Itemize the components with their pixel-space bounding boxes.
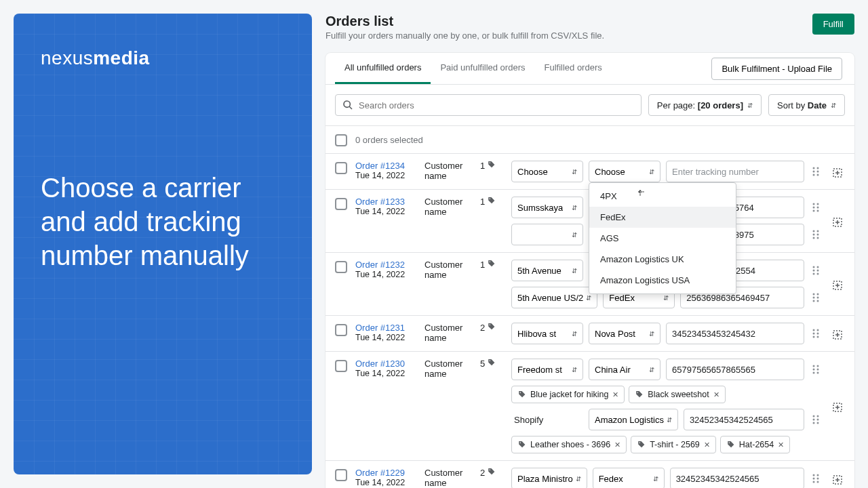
carrier-select[interactable]: Amazon Logistics⇵: [589, 409, 678, 430]
product-chip[interactable]: T-shirt - 2569✕: [631, 436, 716, 453]
channel-label: Shopify: [511, 415, 583, 425]
carrier-select[interactable]: Nova Post⇵: [589, 323, 660, 344]
dropdown-option[interactable]: 4PX: [589, 186, 736, 207]
carrier-select[interactable]: China Air⇵: [589, 359, 660, 380]
order-link[interactable]: Order #1232: [355, 260, 405, 270]
product-chip[interactable]: Blue jacket for hiking✕: [511, 386, 625, 403]
remove-chip-icon[interactable]: ✕: [614, 441, 620, 449]
order-link[interactable]: Order #1230: [355, 359, 405, 369]
address-select[interactable]: 5th Avenue US/2⇵: [511, 287, 597, 308]
address-select[interactable]: Freedom st⇵: [511, 359, 583, 380]
order-checkbox[interactable]: [335, 198, 347, 210]
product-chip[interactable]: Hat-2654✕: [720, 436, 790, 453]
drag-handle-icon[interactable]: [810, 229, 821, 240]
drag-handle-icon[interactable]: [810, 473, 821, 484]
select-all-checkbox[interactable]: [335, 134, 347, 146]
svg-point-35: [817, 297, 819, 299]
tracking-input[interactable]: 34523453453245432: [666, 323, 804, 344]
svg-point-4: [817, 167, 819, 169]
tracking-input[interactable]: Enter tracking number: [666, 161, 804, 182]
carrier-select[interactable]: Fedex⇵: [593, 468, 665, 488]
remove-chip-icon[interactable]: ✕: [713, 390, 719, 399]
drag-handle-icon[interactable]: [810, 202, 821, 213]
svg-point-18: [813, 230, 815, 232]
svg-point-29: [817, 270, 819, 272]
dropdown-option[interactable]: Amazon Logistics UK: [589, 249, 736, 270]
tabs-bar: All unfulfilled orders Paid unfulfilled …: [326, 53, 854, 85]
remove-chip-icon[interactable]: ✕: [778, 441, 784, 449]
svg-point-37: [817, 300, 819, 302]
item-count: 1: [480, 260, 503, 308]
order-link[interactable]: Order #1233: [355, 197, 405, 207]
tracking-input[interactable]: 32452345342524565: [670, 468, 804, 488]
expand-icon[interactable]: [832, 167, 843, 178]
order-checkbox[interactable]: [335, 324, 347, 336]
chevron-updown-icon: ⇵: [649, 330, 654, 338]
svg-point-57: [817, 415, 819, 418]
order-date: Tue 14, 2022: [355, 333, 416, 342]
svg-point-55: [637, 392, 639, 393]
order-checkbox[interactable]: [335, 360, 347, 372]
order-checkbox[interactable]: [335, 162, 347, 174]
address-select[interactable]: 5th Avenue⇵: [511, 260, 583, 281]
address-select[interactable]: Choose⇵: [511, 161, 583, 182]
carrier-select[interactable]: Choose⇵: [589, 161, 660, 182]
expand-icon[interactable]: [832, 474, 843, 485]
search-input[interactable]: [335, 94, 642, 116]
svg-point-28: [813, 270, 815, 272]
per-page-select[interactable]: Per page: [20 orders] ⇵: [648, 94, 762, 116]
drag-handle-icon[interactable]: [810, 292, 821, 303]
address-select[interactable]: Plaza Ministro⇵: [511, 468, 587, 488]
remove-chip-icon[interactable]: ✕: [612, 390, 618, 399]
svg-point-61: [817, 422, 819, 424]
tab-paid-unfulfilled[interactable]: Paid unfulfilled orders: [431, 53, 534, 84]
drag-handle-icon[interactable]: [810, 364, 821, 375]
chevron-updown-icon: ⇵: [667, 416, 672, 424]
svg-point-58: [813, 419, 815, 421]
product-chip[interactable]: Black sweetshot✕: [629, 386, 725, 403]
carrier-dropdown[interactable]: 4PXFedExAGSAmazon Logistics UKAmazon Log…: [589, 182, 736, 294]
svg-point-64: [728, 442, 730, 443]
expand-icon[interactable]: [832, 402, 843, 413]
expand-icon[interactable]: [832, 329, 843, 340]
tab-fulfilled[interactable]: Fulfilled orders: [534, 53, 611, 84]
drag-handle-icon[interactable]: [810, 328, 821, 339]
svg-point-19: [817, 230, 819, 232]
drag-handle-icon[interactable]: [810, 414, 821, 425]
svg-point-62: [520, 442, 521, 443]
order-link[interactable]: Order #1231: [355, 323, 405, 333]
order-checkbox[interactable]: [335, 469, 347, 481]
item-count: 1: [480, 161, 503, 182]
dropdown-option[interactable]: AGS: [589, 228, 736, 249]
dropdown-option[interactable]: FedEx: [589, 207, 736, 228]
address-select[interactable]: ⇵: [511, 224, 583, 245]
address-select[interactable]: Hlibova st⇵: [511, 323, 583, 344]
chevron-updown-icon: ⇵: [649, 168, 654, 176]
remove-chip-icon[interactable]: ✕: [704, 441, 710, 449]
order-checkbox[interactable]: [335, 261, 347, 273]
svg-point-60: [813, 422, 815, 424]
expand-icon[interactable]: [832, 217, 843, 228]
drag-handle-icon[interactable]: [810, 265, 821, 276]
sort-by-select[interactable]: Sort by Date ⇵: [768, 94, 845, 116]
svg-point-30: [813, 273, 815, 275]
svg-point-66: [490, 469, 491, 470]
bulk-fulfilment-button[interactable]: Bulk Fulfilment - Upload File: [711, 58, 842, 80]
tracking-input[interactable]: 32452345342524565: [684, 409, 804, 430]
chevron-updown-icon: ⇵: [747, 102, 753, 109]
brand-logo: nexusmedia: [41, 47, 285, 69]
svg-point-42: [813, 333, 815, 335]
svg-point-67: [813, 474, 815, 476]
tracking-input[interactable]: 65797565657865565: [666, 359, 804, 380]
address-select[interactable]: Sumsskaya⇵: [511, 197, 583, 218]
product-chip[interactable]: Leather shoes - 3696✕: [511, 436, 627, 453]
svg-point-27: [817, 266, 819, 268]
order-link[interactable]: Order #1234: [355, 161, 405, 171]
tab-all-unfulfilled[interactable]: All unfulfilled orders: [335, 53, 431, 84]
drag-handle-icon[interactable]: [810, 166, 821, 177]
expand-icon[interactable]: [832, 280, 843, 291]
dropdown-option[interactable]: Amazon Logistics USA: [589, 270, 736, 291]
order-link[interactable]: Order #1229: [355, 468, 405, 478]
fulfill-button[interactable]: Fulfill: [812, 14, 854, 35]
tag-icon: [726, 441, 735, 449]
